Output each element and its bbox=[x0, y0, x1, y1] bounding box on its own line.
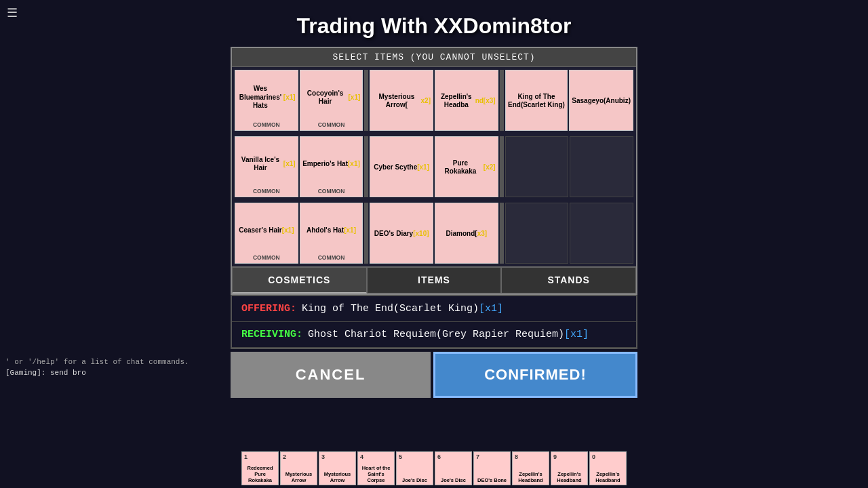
section-mid-2: Cyber Scythe[x1] Pure Rokakaka[x2] bbox=[370, 136, 498, 197]
receiving-row: RECEIVING: Ghost Chariot Requiem(Grey Ra… bbox=[232, 322, 636, 348]
bottom-item-1[interactable]: 1 Redeemed Pure Rokakaka bbox=[241, 451, 279, 485]
section-right-2 bbox=[505, 136, 633, 197]
item-name: Emperio's Hat[x1] bbox=[302, 140, 361, 188]
trade-info: OFFERING: King of The End(Scarlet King)[… bbox=[231, 295, 637, 349]
cancel-button[interactable]: CANCEL bbox=[231, 352, 431, 398]
items-box: SELECT ITEMS (YOU CANNOT UNSELECT) Wes B… bbox=[231, 47, 637, 295]
item-cocoyoin-hair[interactable]: Cocoyoin's Hair[x1] COMMON bbox=[300, 70, 363, 131]
item-rarity: COMMON bbox=[237, 254, 296, 261]
item-name: DEO's Bone bbox=[477, 477, 507, 483]
item-qty: [x1] bbox=[283, 94, 296, 102]
section-mid-1: Mysterious Arrow[x2] Zepellin's Headband… bbox=[370, 70, 498, 131]
grid-divider-3 bbox=[364, 136, 368, 197]
item-qty: [x2] bbox=[484, 163, 496, 172]
item-name: Sasageyo(Anubiz) bbox=[572, 74, 631, 128]
button-row: CANCEL CONFIRMED! bbox=[231, 352, 637, 398]
item-qty: nd[x3] bbox=[475, 97, 496, 106]
item-qty: [x1] bbox=[283, 160, 296, 169]
item-name: Pure Rokakaka[x2] bbox=[437, 140, 496, 195]
item-qty: [x1] bbox=[417, 163, 429, 172]
section-left-2: Vanilla Ice's Hair[x1] COMMON Emperio's … bbox=[235, 136, 363, 197]
item-name: Diamond[x3] bbox=[437, 207, 496, 261]
section-mid-3: DEO's Diary[x10] Diamond[x3] bbox=[370, 203, 498, 264]
item-num: 7 bbox=[476, 453, 479, 460]
item-ceaser-hair[interactable]: Ceaser's Hair[x1] COMMON bbox=[235, 203, 298, 264]
item-empty-4 bbox=[570, 203, 633, 264]
item-name: Ahdol's Hat[x1] bbox=[302, 207, 361, 254]
item-num: 6 bbox=[437, 453, 441, 460]
section-left-3: Ceaser's Hair[x1] COMMON Ahdol's Hat[x1]… bbox=[235, 203, 363, 264]
tab-stands[interactable]: STANDS bbox=[501, 267, 636, 293]
receiving-label: RECEIVING: bbox=[241, 329, 302, 340]
trade-title: Trading With XXDomin8tor bbox=[231, 14, 637, 39]
item-num: 8 bbox=[515, 453, 518, 460]
item-qty: [x1] bbox=[349, 94, 361, 102]
item-emperio-hat[interactable]: Emperio's Hat[x1] COMMON bbox=[300, 136, 363, 197]
item-name: Vanilla Ice's Hair[x1] bbox=[237, 140, 296, 188]
bottom-item-7[interactable]: 7 DEO's Bone bbox=[473, 451, 511, 485]
item-empty-1 bbox=[505, 136, 569, 197]
item-num: 0 bbox=[592, 453, 595, 460]
bottom-item-6[interactable]: 6 Joe's Disc bbox=[435, 451, 472, 485]
item-mysterious-arrow[interactable]: Mysterious Arrow[x2] bbox=[370, 70, 433, 131]
item-rarity: COMMON bbox=[302, 121, 361, 128]
item-qty: [x1] bbox=[282, 226, 294, 235]
item-qty: x3] bbox=[477, 230, 487, 239]
item-rarity: COMMON bbox=[302, 254, 361, 261]
item-deo-diary[interactable]: DEO's Diary[x10] bbox=[370, 203, 433, 264]
receiving-text: Ghost Chariot Requiem(Grey Rapier Requie… bbox=[308, 329, 589, 340]
tab-items[interactable]: ITEMS bbox=[367, 267, 502, 293]
item-name: Wes Bluemarines' Hats[x1] bbox=[237, 74, 296, 121]
grid-divider-5 bbox=[364, 203, 368, 264]
item-row-1: Wes Bluemarines' Hats[x1] COMMON Cocoyoi… bbox=[232, 67, 636, 134]
item-num: 9 bbox=[553, 453, 557, 460]
bottom-item-5[interactable]: 5 Joe's Disc bbox=[396, 451, 433, 485]
menu-icon[interactable]: ☰ bbox=[7, 5, 18, 20]
bottom-item-0[interactable]: 0 Zepellin's Headband bbox=[589, 451, 627, 485]
item-cyber-scythe[interactable]: Cyber Scythe[x1] bbox=[370, 136, 433, 197]
item-king-end[interactable]: King of The End(Scarlet King) bbox=[505, 70, 568, 131]
offering-label: OFFERING: bbox=[241, 303, 296, 314]
category-tabs: COSMETICS ITEMS STANDS bbox=[232, 266, 636, 293]
item-qty: [x10] bbox=[413, 230, 429, 239]
item-zepellin-headband[interactable]: Zepellin's Headband[x3] bbox=[435, 70, 498, 131]
item-name: Mysterious Arrow bbox=[282, 471, 315, 483]
item-sasageyo[interactable]: Sasageyo(Anubiz) bbox=[569, 70, 633, 131]
bottom-item-9[interactable]: 9 Zepellin's Headband bbox=[551, 451, 588, 485]
item-num: 3 bbox=[321, 453, 325, 460]
item-name: Joe's Disc bbox=[402, 477, 427, 483]
item-name: Heart of the Saint's Corpse bbox=[359, 465, 393, 483]
item-name: Cyber Scythe[x1] bbox=[372, 140, 431, 195]
item-num: 1 bbox=[244, 453, 248, 460]
item-vanilla-hair[interactable]: Vanilla Ice's Hair[x1] COMMON bbox=[235, 136, 298, 197]
item-wes-hats[interactable]: Wes Bluemarines' Hats[x1] COMMON bbox=[235, 70, 298, 131]
item-name: Cocoyoin's Hair[x1] bbox=[302, 74, 361, 121]
item-name: Zepellin's Headband bbox=[591, 471, 625, 483]
item-name: Zepellin's Headband bbox=[514, 471, 547, 483]
item-ahdol-hat[interactable]: Ahdol's Hat[x1] COMMON bbox=[300, 203, 363, 264]
offering-row: OFFERING: King of The End(Scarlet King)[… bbox=[232, 296, 636, 322]
item-row-3: Ceaser's Hair[x1] COMMON Ahdol's Hat[x1]… bbox=[232, 200, 636, 266]
bottom-item-2[interactable]: 2 Mysterious Arrow bbox=[280, 451, 317, 485]
item-rarity: COMMON bbox=[237, 121, 296, 128]
bottom-item-8[interactable]: 8 Zepellin's Headband bbox=[512, 451, 549, 485]
item-row-2: Vanilla Ice's Hair[x1] COMMON Emperio's … bbox=[232, 134, 636, 200]
trade-window: Trading With XXDomin8tor SELECT ITEMS (Y… bbox=[231, 14, 637, 398]
item-empty-2 bbox=[570, 136, 633, 197]
item-name: DEO's Diary[x10] bbox=[372, 207, 431, 261]
section-right-1: King of The End(Scarlet King) Sasageyo(A… bbox=[505, 70, 633, 131]
item-num: 2 bbox=[283, 453, 286, 460]
confirm-button[interactable]: CONFIRMED! bbox=[433, 352, 637, 398]
bottom-item-4[interactable]: 4 Heart of the Saint's Corpse bbox=[357, 451, 395, 485]
section-left-1: Wes Bluemarines' Hats[x1] COMMON Cocoyoi… bbox=[235, 70, 363, 131]
grid-divider-4 bbox=[500, 136, 504, 197]
receiving-qty: [x1] bbox=[564, 329, 589, 340]
item-diamond[interactable]: Diamond[x3] bbox=[435, 203, 498, 264]
item-num: 5 bbox=[399, 453, 402, 460]
grid-divider bbox=[364, 70, 368, 131]
item-name: Joe's Disc bbox=[441, 477, 466, 483]
item-pure-rokakaka[interactable]: Pure Rokakaka[x2] bbox=[435, 136, 498, 197]
tab-cosmetics[interactable]: COSMETICS bbox=[232, 267, 367, 293]
item-name: King of The End(Scarlet King) bbox=[508, 74, 566, 128]
bottom-item-3[interactable]: 3 Mysterious Arrow bbox=[319, 451, 356, 485]
